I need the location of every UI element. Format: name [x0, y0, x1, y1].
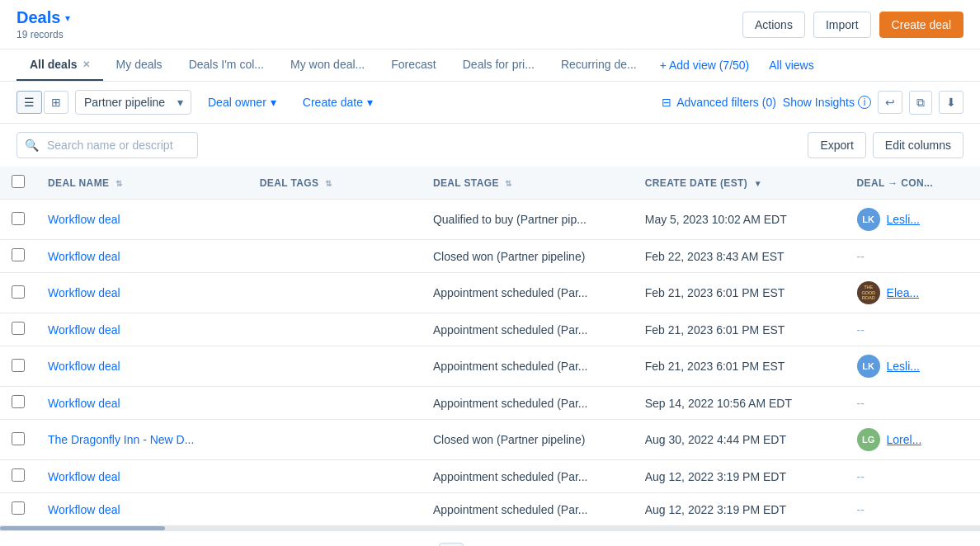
row-checkbox-4[interactable] — [12, 359, 25, 372]
deal-name-link-1[interactable]: Workflow deal — [48, 250, 120, 263]
col-header-deal-tags[interactable]: DEAL TAGS ⇅ — [248, 167, 422, 200]
contact-inner-0: LKLesli... — [857, 208, 968, 231]
deals-table: DEAL NAME ⇅ DEAL TAGS ⇅ DEAL STAGE ⇅ CRE… — [0, 167, 980, 526]
col-header-deal-name[interactable]: DEAL NAME ⇅ — [36, 167, 248, 200]
tab-deals-pri[interactable]: Deals for pri... — [450, 49, 548, 81]
contact-name-link-4[interactable]: Lesli... — [887, 360, 920, 373]
row-checkbox-6[interactable] — [12, 432, 25, 445]
contact-cell-6: LGLorel... — [846, 420, 980, 460]
table-row: Workflow dealAppointment scheduled (Par.… — [0, 273, 980, 313]
tab-recurring[interactable]: Recurring de... — [548, 49, 650, 81]
contact-name-link-6[interactable]: Lorel... — [887, 433, 922, 446]
export-button[interactable]: Export — [808, 132, 865, 158]
contact-cell-8: -- — [846, 493, 980, 526]
select-all-checkbox[interactable] — [12, 175, 25, 188]
deal-stage-1: Closed won (Partner pipeline) — [422, 240, 634, 273]
create-date-3: Feb 21, 2023 6:01 PM EST — [634, 313, 846, 346]
title-dropdown-icon[interactable]: ▾ — [65, 12, 70, 24]
deal-owner-arrow-icon: ▾ — [271, 96, 276, 109]
page-1-button[interactable]: 1 — [439, 543, 464, 546]
row-checkbox-0[interactable] — [12, 212, 25, 225]
create-date-1: Feb 22, 2023 8:43 AM EST — [634, 240, 846, 273]
contact-inner-6: LGLorel... — [857, 428, 968, 451]
col-header-create-date[interactable]: CREATE DATE (EST) ▼ — [634, 167, 846, 200]
show-insights-button[interactable]: Show Insights i — [783, 96, 871, 109]
pipeline-select[interactable]: Partner pipeline — [75, 90, 191, 115]
deal-stage-0: Qualified to buy (Partner pip... — [422, 200, 634, 240]
tab-all-deals[interactable]: All deals ✕ — [16, 49, 103, 81]
tab-my-deals[interactable]: My deals — [103, 49, 176, 81]
contact-name-link-0[interactable]: Lesli... — [887, 213, 920, 226]
deal-name-link-6[interactable]: The Dragonfly Inn - New D... — [48, 433, 194, 446]
contact-logo-2: THEGOODROAD — [857, 281, 880, 304]
tab-add-view[interactable]: + Add view (7/50) — [650, 50, 760, 80]
deal-name-link-0[interactable]: Workflow deal — [48, 213, 120, 226]
prev-page-button[interactable]: ‹ — [388, 543, 402, 546]
table-row: Workflow dealAppointment scheduled (Par.… — [0, 387, 980, 420]
tab-deals-pri-label: Deals for pri... — [463, 58, 535, 71]
create-date-filter[interactable]: Create date ▾ — [293, 91, 383, 114]
table-row: Workflow dealAppointment scheduled (Par.… — [0, 493, 980, 526]
row-checkbox-1[interactable] — [12, 248, 25, 261]
tab-deals-col-label: Deals I'm col... — [189, 58, 264, 71]
create-deal-button[interactable]: Create deal — [879, 12, 964, 38]
copy-button[interactable]: ⧉ — [909, 91, 932, 115]
contact-cell-2: THEGOODROADElea... — [846, 273, 980, 313]
list-view-icon: ☰ — [24, 96, 35, 109]
deal-tags-5 — [248, 387, 422, 420]
import-button[interactable]: Import — [813, 12, 871, 38]
tab-all-views[interactable]: All views — [759, 50, 823, 80]
page-title-row: Deals ▾ — [16, 8, 70, 27]
undo-button[interactable]: ↩ — [878, 91, 902, 114]
table-header: DEAL NAME ⇅ DEAL TAGS ⇅ DEAL STAGE ⇅ CRE… — [0, 167, 980, 200]
deal-name-link-4[interactable]: Workflow deal — [48, 360, 120, 373]
filter-lines-icon: ⊟ — [662, 96, 671, 109]
record-count: 19 records — [16, 29, 70, 40]
select-all-header — [0, 167, 36, 200]
search-input[interactable] — [16, 132, 198, 158]
board-view-button[interactable]: ⊞ — [44, 91, 68, 114]
col-header-deal-stage[interactable]: DEAL STAGE ⇅ — [422, 167, 634, 200]
tab-forecast[interactable]: Forecast — [378, 49, 449, 81]
deal-name-link-2[interactable]: Workflow deal — [48, 286, 120, 299]
row-checkbox-5[interactable] — [12, 395, 25, 408]
deal-name-link-8[interactable]: Workflow deal — [48, 503, 120, 516]
table-row: Workflow dealAppointment scheduled (Par.… — [0, 313, 980, 346]
list-view-button[interactable]: ☰ — [16, 91, 42, 114]
table-row: Workflow dealClosed won (Partner pipelin… — [0, 240, 980, 273]
row-checkbox-2[interactable] — [12, 285, 25, 299]
advanced-filters-button[interactable]: ⊟ Advanced filters (0) — [662, 96, 776, 109]
row-checkbox-7[interactable] — [12, 468, 25, 482]
deal-name-link-7[interactable]: Workflow deal — [48, 470, 120, 483]
deal-tags-4 — [248, 346, 422, 387]
contact-cell-4: LKLesli... — [846, 346, 980, 387]
insights-label: Show Insights — [783, 96, 855, 109]
row-checkbox-8[interactable] — [12, 501, 25, 515]
tab-deals-col[interactable]: Deals I'm col... — [176, 49, 277, 81]
table-row: Workflow dealAppointment scheduled (Par.… — [0, 460, 980, 493]
tab-close-icon[interactable]: ✕ — [82, 59, 90, 70]
download-button[interactable]: ⬇ — [939, 91, 964, 114]
deal-name-link-3[interactable]: Workflow deal — [48, 323, 120, 337]
next-page-button[interactable]: › — [501, 543, 515, 546]
view-toggle: ☰ ⊞ — [16, 91, 68, 114]
table-row: Workflow dealAppointment scheduled (Par.… — [0, 346, 980, 387]
scroll-indicator[interactable] — [0, 526, 980, 530]
scroll-thumb[interactable] — [0, 526, 165, 530]
edit-columns-button[interactable]: Edit columns — [873, 132, 964, 158]
undo-icon: ↩ — [885, 96, 895, 109]
create-date-6: Aug 30, 2022 4:44 PM EDT — [634, 420, 846, 460]
contact-cell-1: -- — [846, 240, 980, 273]
tab-won-deals-label: My won deal... — [290, 58, 365, 71]
tab-won-deals[interactable]: My won deal... — [277, 49, 378, 81]
deal-tags-sort-icon: ⇅ — [325, 179, 332, 188]
row-checkbox-3[interactable] — [12, 322, 25, 335]
table-row: Workflow dealQualified to buy (Partner p… — [0, 200, 980, 240]
deal-owner-filter[interactable]: Deal owner ▾ — [198, 91, 286, 114]
col-header-deal-contact: DEAL → CON... — [846, 167, 980, 200]
top-header: Deals ▾ 19 records Actions Import Create… — [0, 0, 980, 49]
contact-name-link-2[interactable]: Elea... — [887, 286, 920, 299]
deal-name-link-5[interactable]: Workflow deal — [48, 397, 120, 410]
actions-button[interactable]: Actions — [742, 12, 805, 38]
deal-tags-2 — [248, 273, 422, 313]
